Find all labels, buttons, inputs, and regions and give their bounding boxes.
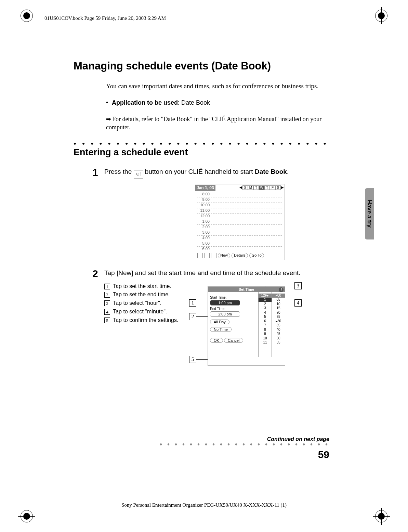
start-time-label: Start Time: [210,296,256,299]
arrow-icon: ➡ [106,115,112,123]
shot1-days: ◀ S M T W T F S ▶ [239,185,284,190]
section-tab-label: Have a try [366,200,373,228]
application-name: Date Book [181,99,210,106]
callout-3: 3 [294,282,302,289]
registration-mark-icon [21,510,33,522]
shot1-new-button: New [218,253,230,258]
subheading: Entering a schedule event [74,147,327,158]
all-day-button: All Day [210,320,229,324]
screenshot-set-time: Set Time i Start Time: 1:00 pm End Time:… [208,286,285,366]
registration-mark-icon [21,10,33,22]
legend: 1 Tap to set the start time. 2 Tap to se… [104,282,178,325]
registration-mark-icon [375,510,387,522]
callout-5: 5 [189,356,196,363]
shot1-goto-button: Go To [249,253,264,258]
page-title: Managing schedule events (Date Book) [74,60,327,72]
step-number: 1 [92,167,104,179]
callout-4: 4 [294,299,302,307]
crop-mark-icon [365,29,379,43]
crop-mark-icon [29,29,43,43]
shot1-date: Jan 1, 03 [195,185,215,191]
section-tab: Have a try [365,188,374,239]
step-2: 2 Tap [New] and set the start time and e… [92,269,327,279]
screenshot-datebook-day: Jan 1, 03 ◀ S M T W T F S ▶ 8:00 9:00 10… [195,184,285,260]
ok-button: OK [210,338,223,343]
registration-mark-icon [375,10,387,22]
crop-mark-icon [29,489,43,503]
shot2-title: Set Time [239,287,254,291]
application-line: • Application to be used: Date Book [106,99,327,106]
continued-block: Continued on next page • • • • • • • • •… [160,436,329,446]
crop-mark-icon [365,489,379,503]
step-body: Press the ☺⁞ button on your CLIÉ handhel… [104,167,327,179]
callout-2: 2 [189,313,196,320]
hour-column: 12P▸ 1 2 3 4 5 6 7 8 9 10 11 [258,292,272,357]
callout-1: 1 [189,299,196,307]
start-time-field: 1:00 pm [210,300,240,306]
minute-column: ▸00 05 10 15 20 25 ▸30 35 40 45 50 55 [272,292,285,357]
step-body: Tap [New] and set the start time and end… [104,269,327,279]
no-time-button: No Time [210,327,232,332]
view-button-icon [197,253,203,258]
end-time-field: 2:00 pm [210,311,240,317]
datebook-hardware-button-icon: ☺⁞ [134,170,143,179]
page-number: 59 [318,449,329,460]
view-button-icon [211,253,216,258]
info-icon: i [279,287,284,292]
next-week-icon: ▶ [281,185,284,190]
view-button-icon [204,253,210,258]
intro-text: You can save important dates and times, … [106,82,327,91]
application-label: Application to be used [112,99,178,106]
leader-line [265,286,294,286]
reference-note-text: For details, refer to "Date Book" in the… [106,116,321,131]
step-number: 2 [92,269,104,279]
prev-week-icon: ◀ [239,185,242,190]
print-header: 01US01COV.book Page 59 Friday, June 20, … [44,15,166,21]
reference-note: ➡For details, refer to "Date Book" in th… [106,115,327,132]
divider-dots: • • • • • • • • • • • • • • • • • • • • … [74,141,327,146]
shot1-details-button: Details [232,253,248,258]
cancel-button: Cancel [224,338,243,343]
step-1: 1 Press the ☺⁞ button on your CLIÉ handh… [92,167,327,179]
continued-dots: • • • • • • • • • • • • • • • • • • • • … [160,442,329,446]
end-time-label: End Time: [210,307,256,311]
footer-text: Sony Personal Entertainment Organizer PE… [0,502,408,508]
